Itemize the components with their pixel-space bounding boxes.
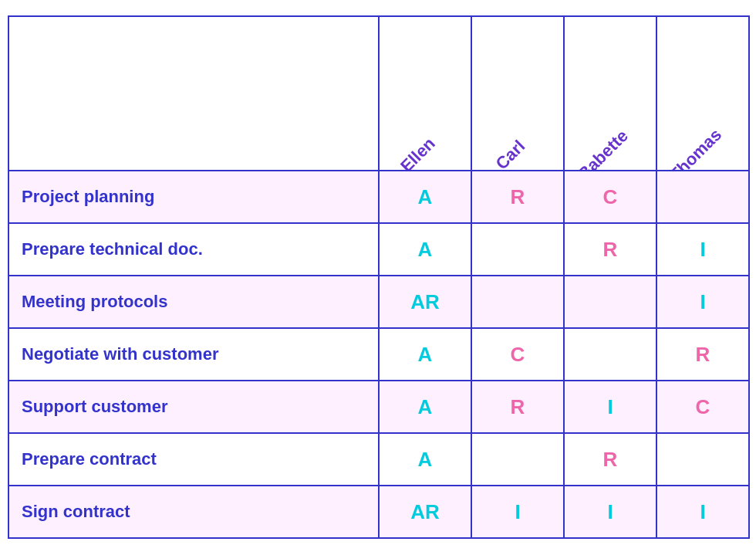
main-container: Ellen Carl Babette Thomas Project planni… (0, 0, 756, 545)
table-row: Prepare technical doc.ARI (8, 223, 749, 276)
task-cell: Sign contract (8, 486, 379, 538)
cell-value: AR (410, 500, 440, 523)
value-cell: AR (379, 276, 471, 328)
task-cell: Negotiate with customer (8, 328, 379, 381)
column-label-carl: Carl (491, 136, 529, 171)
task-cell: Project planning (8, 171, 379, 223)
value-cell: I (564, 381, 656, 433)
cell-value: I (700, 238, 705, 261)
value-cell: R (656, 328, 749, 381)
cell-value: I (700, 500, 705, 523)
cell-value: C (603, 185, 618, 208)
value-cell (656, 433, 749, 486)
value-cell (656, 171, 749, 223)
task-cell: Prepare contract (8, 433, 379, 486)
value-cell (471, 433, 564, 486)
value-cell (564, 328, 656, 381)
value-cell (471, 276, 564, 328)
cell-value: I (700, 290, 705, 313)
value-cell (564, 276, 656, 328)
table-row: Negotiate with customerACR (8, 328, 749, 381)
value-cell: A (379, 223, 471, 276)
task-cell: Support customer (8, 381, 379, 433)
value-cell: I (656, 276, 749, 328)
header-empty (8, 16, 379, 171)
value-cell: R (564, 223, 656, 276)
cell-value: I (607, 500, 613, 523)
cell-value: R (603, 238, 618, 261)
header-row: Ellen Carl Babette Thomas (8, 16, 749, 171)
value-cell: C (471, 328, 564, 381)
value-cell: A (379, 328, 471, 381)
value-cell: R (564, 433, 656, 486)
cell-value: AR (410, 290, 440, 313)
value-cell: C (564, 171, 656, 223)
header-cell-carl: Carl (471, 16, 564, 171)
value-cell: R (471, 381, 564, 433)
column-label-ellen: Ellen (397, 134, 440, 171)
cell-value: R (511, 185, 525, 208)
cell-value: R (603, 448, 618, 471)
value-cell: R (471, 171, 564, 223)
raci-table: Ellen Carl Babette Thomas Project planni… (8, 15, 750, 539)
value-cell: I (564, 486, 656, 538)
raci-table-wrapper: Ellen Carl Babette Thomas Project planni… (8, 15, 748, 539)
column-label-babette: Babette (574, 126, 632, 171)
value-cell: A (379, 433, 471, 486)
table-row: Project planningARC (8, 171, 749, 223)
cell-value: A (418, 238, 433, 261)
cell-value: C (511, 343, 525, 366)
table-row: Prepare contractAR (8, 433, 749, 486)
cell-value: R (511, 395, 525, 418)
header-cell-babette: Babette (564, 16, 656, 171)
cell-value: I (607, 395, 613, 418)
cell-value: A (418, 185, 433, 208)
value-cell: AR (379, 486, 471, 538)
value-cell: I (656, 223, 749, 276)
task-cell: Prepare technical doc. (8, 223, 379, 276)
value-cell (471, 223, 564, 276)
table-row: Sign contractARIII (8, 486, 749, 538)
value-cell: C (656, 381, 749, 433)
value-cell: I (656, 486, 749, 538)
cell-value: I (515, 500, 520, 523)
cell-value: A (418, 343, 433, 366)
value-cell: A (379, 171, 471, 223)
table-row: Meeting protocolsARI (8, 276, 749, 328)
table-row: Support customerARIC (8, 381, 749, 433)
header-cell-ellen: Ellen (379, 16, 471, 171)
column-label-thomas: Thomas (666, 125, 726, 171)
cell-value: R (696, 343, 710, 366)
cell-value: A (418, 395, 433, 418)
task-cell: Meeting protocols (8, 276, 379, 328)
value-cell: A (379, 381, 471, 433)
cell-value: C (696, 395, 710, 418)
value-cell: I (471, 486, 564, 538)
header-cell-thomas: Thomas (656, 16, 749, 171)
cell-value: A (418, 448, 433, 471)
